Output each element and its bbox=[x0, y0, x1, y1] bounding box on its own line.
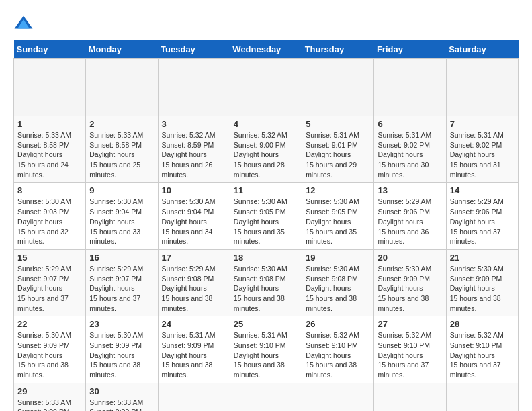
calendar-cell: 9Sunrise: 5:30 AMSunset: 9:04 PMDaylight… bbox=[86, 183, 158, 249]
day-info: Sunrise: 5:33 AMSunset: 9:09 PMDaylight … bbox=[89, 398, 154, 411]
calendar-cell: 13Sunrise: 5:29 AMSunset: 9:06 PMDayligh… bbox=[374, 183, 446, 249]
calendar-cell: 1Sunrise: 5:33 AMSunset: 8:58 PMDaylight… bbox=[14, 116, 86, 183]
day-info: Sunrise: 5:30 AMSunset: 9:09 PMDaylight … bbox=[17, 330, 82, 379]
calendar-cell: 17Sunrise: 5:29 AMSunset: 9:08 PMDayligh… bbox=[158, 249, 230, 316]
day-info: Sunrise: 5:30 AMSunset: 9:05 PMDaylight … bbox=[234, 197, 298, 246]
day-info: Sunrise: 5:33 AMSunset: 8:58 PMDaylight … bbox=[17, 130, 82, 179]
day-info: Sunrise: 5:29 AMSunset: 9:08 PMDaylight … bbox=[162, 264, 226, 313]
day-number: 13 bbox=[378, 185, 442, 195]
day-info: Sunrise: 5:29 AMSunset: 9:07 PMDaylight … bbox=[17, 264, 82, 313]
day-info: Sunrise: 5:31 AMSunset: 9:01 PMDaylight … bbox=[306, 130, 370, 179]
calendar-cell: 8Sunrise: 5:30 AMSunset: 9:03 PMDaylight… bbox=[14, 183, 86, 249]
day-number: 11 bbox=[234, 185, 298, 195]
calendar-cell: 20Sunrise: 5:30 AMSunset: 9:09 PMDayligh… bbox=[374, 249, 446, 316]
calendar-cell bbox=[446, 383, 518, 411]
calendar-cell bbox=[374, 383, 446, 411]
day-info: Sunrise: 5:30 AMSunset: 9:09 PMDaylight … bbox=[89, 330, 154, 379]
calendar-cell: 6Sunrise: 5:31 AMSunset: 9:02 PMDaylight… bbox=[374, 116, 446, 183]
day-info: Sunrise: 5:32 AMSunset: 9:10 PMDaylight … bbox=[306, 330, 370, 379]
calendar-cell: 12Sunrise: 5:30 AMSunset: 9:05 PMDayligh… bbox=[302, 183, 374, 249]
calendar-cell bbox=[158, 59, 230, 116]
calendar-cell: 24Sunrise: 5:31 AMSunset: 9:09 PMDayligh… bbox=[158, 316, 230, 383]
day-info: Sunrise: 5:31 AMSunset: 9:09 PMDaylight … bbox=[162, 330, 226, 379]
day-number: 19 bbox=[306, 253, 370, 263]
logo-icon bbox=[13, 13, 34, 34]
day-info: Sunrise: 5:30 AMSunset: 9:08 PMDaylight … bbox=[234, 264, 298, 313]
calendar-cell bbox=[230, 59, 302, 116]
day-number: 24 bbox=[162, 319, 226, 329]
day-number: 20 bbox=[378, 253, 442, 263]
day-number: 3 bbox=[162, 119, 226, 129]
calendar-cell: 18Sunrise: 5:30 AMSunset: 9:08 PMDayligh… bbox=[230, 249, 302, 316]
day-info: Sunrise: 5:31 AMSunset: 9:02 PMDaylight … bbox=[378, 130, 442, 179]
day-number: 1 bbox=[17, 119, 82, 129]
calendar-cell: 23Sunrise: 5:30 AMSunset: 9:09 PMDayligh… bbox=[86, 316, 158, 383]
day-info: Sunrise: 5:32 AMSunset: 9:10 PMDaylight … bbox=[378, 330, 442, 379]
calendar-cell bbox=[302, 59, 374, 116]
day-number: 10 bbox=[162, 185, 226, 195]
day-info: Sunrise: 5:30 AMSunset: 9:09 PMDaylight … bbox=[450, 264, 515, 313]
day-number: 5 bbox=[306, 119, 370, 129]
week-row-3: 15Sunrise: 5:29 AMSunset: 9:07 PMDayligh… bbox=[14, 249, 519, 316]
calendar-cell bbox=[230, 383, 302, 411]
day-info: Sunrise: 5:32 AMSunset: 9:10 PMDaylight … bbox=[450, 330, 515, 379]
day-info: Sunrise: 5:32 AMSunset: 8:59 PMDaylight … bbox=[162, 130, 226, 179]
day-header-saturday: Saturday bbox=[446, 40, 518, 59]
day-number: 15 bbox=[17, 253, 82, 263]
day-header-wednesday: Wednesday bbox=[230, 40, 302, 59]
day-number: 17 bbox=[162, 253, 226, 263]
day-header-monday: Monday bbox=[86, 40, 158, 59]
day-info: Sunrise: 5:29 AMSunset: 9:07 PMDaylight … bbox=[89, 264, 154, 313]
logo bbox=[13, 13, 36, 34]
day-info: Sunrise: 5:30 AMSunset: 9:04 PMDaylight … bbox=[162, 197, 226, 246]
day-info: Sunrise: 5:30 AMSunset: 9:08 PMDaylight … bbox=[306, 264, 370, 313]
calendar-cell bbox=[446, 59, 518, 116]
calendar-cell: 21Sunrise: 5:30 AMSunset: 9:09 PMDayligh… bbox=[446, 249, 518, 316]
day-number: 26 bbox=[306, 319, 370, 329]
day-header-tuesday: Tuesday bbox=[158, 40, 230, 59]
calendar-cell bbox=[302, 383, 374, 411]
calendar-cell: 28Sunrise: 5:32 AMSunset: 9:10 PMDayligh… bbox=[446, 316, 518, 383]
day-number: 9 bbox=[89, 185, 154, 195]
calendar-cell: 19Sunrise: 5:30 AMSunset: 9:08 PMDayligh… bbox=[302, 249, 374, 316]
calendar-cell: 10Sunrise: 5:30 AMSunset: 9:04 PMDayligh… bbox=[158, 183, 230, 249]
day-header-thursday: Thursday bbox=[302, 40, 374, 59]
calendar-cell: 25Sunrise: 5:31 AMSunset: 9:10 PMDayligh… bbox=[230, 316, 302, 383]
day-number: 22 bbox=[17, 319, 82, 329]
calendar-cell: 26Sunrise: 5:32 AMSunset: 9:10 PMDayligh… bbox=[302, 316, 374, 383]
day-info: Sunrise: 5:31 AMSunset: 9:02 PMDaylight … bbox=[450, 130, 515, 179]
calendar-cell: 22Sunrise: 5:30 AMSunset: 9:09 PMDayligh… bbox=[14, 316, 86, 383]
calendar-cell: 5Sunrise: 5:31 AMSunset: 9:01 PMDaylight… bbox=[302, 116, 374, 183]
day-number: 21 bbox=[450, 253, 515, 263]
day-info: Sunrise: 5:33 AMSunset: 8:58 PMDaylight … bbox=[89, 130, 154, 179]
day-number: 27 bbox=[378, 319, 442, 329]
calendar-table: SundayMondayTuesdayWednesdayThursdayFrid… bbox=[13, 40, 519, 411]
day-info: Sunrise: 5:29 AMSunset: 9:06 PMDaylight … bbox=[450, 197, 515, 246]
day-number: 14 bbox=[450, 185, 515, 195]
calendar-cell: 16Sunrise: 5:29 AMSunset: 9:07 PMDayligh… bbox=[86, 249, 158, 316]
day-number: 16 bbox=[89, 253, 154, 263]
week-row-1: 1Sunrise: 5:33 AMSunset: 8:58 PMDaylight… bbox=[14, 116, 519, 183]
calendar-cell: 7Sunrise: 5:31 AMSunset: 9:02 PMDaylight… bbox=[446, 116, 518, 183]
day-header-sunday: Sunday bbox=[14, 40, 86, 59]
calendar-cell: 2Sunrise: 5:33 AMSunset: 8:58 PMDaylight… bbox=[86, 116, 158, 183]
day-number: 7 bbox=[450, 119, 515, 129]
calendar-header-row: SundayMondayTuesdayWednesdayThursdayFrid… bbox=[14, 40, 519, 59]
calendar-cell: 3Sunrise: 5:32 AMSunset: 8:59 PMDaylight… bbox=[158, 116, 230, 183]
day-number: 18 bbox=[234, 253, 298, 263]
calendar-cell bbox=[14, 59, 86, 116]
week-row-4: 22Sunrise: 5:30 AMSunset: 9:09 PMDayligh… bbox=[14, 316, 519, 383]
calendar-cell bbox=[86, 59, 158, 116]
calendar-cell: 11Sunrise: 5:30 AMSunset: 9:05 PMDayligh… bbox=[230, 183, 302, 249]
week-row-5: 29Sunrise: 5:33 AMSunset: 9:09 PMDayligh… bbox=[14, 383, 519, 411]
calendar-cell: 29Sunrise: 5:33 AMSunset: 9:09 PMDayligh… bbox=[14, 383, 86, 411]
week-row-2: 8Sunrise: 5:30 AMSunset: 9:03 PMDaylight… bbox=[14, 183, 519, 249]
calendar-cell: 30Sunrise: 5:33 AMSunset: 9:09 PMDayligh… bbox=[86, 383, 158, 411]
day-number: 12 bbox=[306, 185, 370, 195]
day-info: Sunrise: 5:29 AMSunset: 9:06 PMDaylight … bbox=[378, 197, 442, 246]
calendar-cell: 14Sunrise: 5:29 AMSunset: 9:06 PMDayligh… bbox=[446, 183, 518, 249]
day-info: Sunrise: 5:33 AMSunset: 9:09 PMDaylight … bbox=[17, 398, 82, 411]
calendar-cell: 15Sunrise: 5:29 AMSunset: 9:07 PMDayligh… bbox=[14, 249, 86, 316]
day-number: 2 bbox=[89, 119, 154, 129]
day-info: Sunrise: 5:30 AMSunset: 9:05 PMDaylight … bbox=[306, 197, 370, 246]
